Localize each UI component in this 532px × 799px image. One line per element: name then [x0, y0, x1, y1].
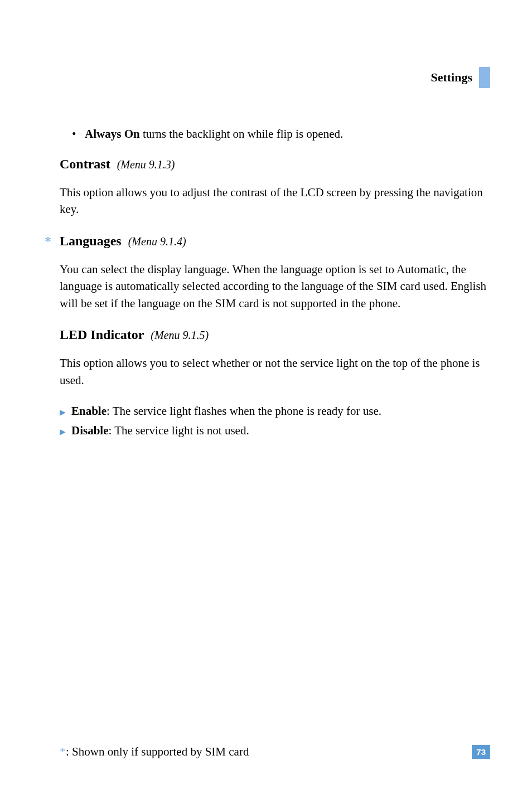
led-heading-text: LED Indicator	[60, 327, 144, 342]
led-heading: LED Indicator (Menu 9.1.5)	[60, 327, 490, 342]
languages-menu-ref: (Menu 9.1.4)	[128, 235, 186, 248]
footer-asterisk-icon: *	[60, 744, 66, 758]
contrast-heading-text: Contrast	[60, 157, 110, 171]
bullet-marker: •	[72, 127, 76, 141]
languages-section: * Languages (Menu 9.1.4)	[60, 234, 490, 249]
list-item-text: Disable: The service light is not used.	[71, 424, 249, 438]
list-item-rest: : The service light flashes when the pho…	[107, 404, 381, 418]
header-title: Settings	[431, 70, 472, 85]
languages-heading: Languages (Menu 9.1.4)	[60, 234, 490, 249]
bullet-always-on: • Always On turns the backlight on while…	[60, 127, 490, 141]
list-item-bold: Enable	[71, 404, 107, 418]
footer-colon: :	[66, 745, 69, 758]
header-accent-block	[479, 67, 490, 88]
led-menu-ref: (Menu 9.1.5)	[151, 329, 209, 341]
page-content: • Always On turns the backlight on while…	[60, 127, 490, 443]
bullet-rest-text: turns the backlight on while flip is ope…	[140, 127, 344, 141]
footer-note-text: Shown only if supported by SIM card	[72, 745, 249, 758]
footer-note-container: *: Shown only if supported by SIM card	[60, 744, 249, 759]
triangle-icon: ▶	[60, 427, 66, 437]
contrast-body: This option allows you to adjust the con…	[60, 184, 490, 218]
page-header: Settings	[431, 67, 490, 88]
triangle-icon: ▶	[60, 408, 66, 417]
list-item-text: Enable: The service light flashes when t…	[71, 404, 381, 418]
page-number: 73	[472, 745, 490, 759]
page-footer: *: Shown only if supported by SIM card 7…	[60, 744, 490, 759]
contrast-heading: Contrast (Menu 9.1.3)	[60, 157, 490, 172]
bullet-bold-text: Always On	[85, 127, 140, 141]
asterisk-icon: *	[45, 234, 51, 249]
led-body: This option allows you to select whether…	[60, 355, 490, 389]
list-item: ▶ Enable: The service light flashes when…	[60, 404, 490, 418]
contrast-menu-ref: (Menu 9.1.3)	[117, 158, 175, 171]
list-item-bold: Disable	[71, 424, 109, 437]
languages-body: You can select the display language. Whe…	[60, 261, 490, 312]
languages-heading-text: Languages	[60, 234, 122, 248]
list-item: ▶ Disable: The service light is not used…	[60, 424, 490, 438]
list-item-rest: : The service light is not used.	[109, 424, 249, 437]
